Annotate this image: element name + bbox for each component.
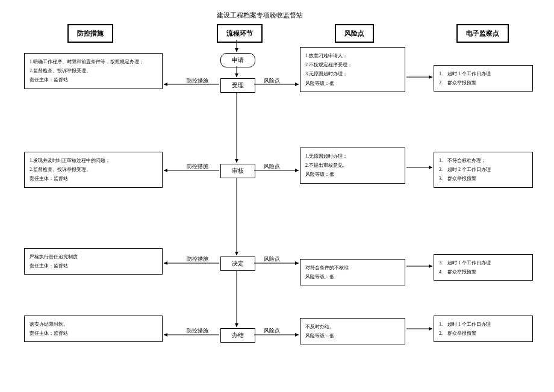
text-line: 风险等级：低	[305, 272, 400, 281]
text-line: 2.监督检查、投诉举报受理。	[30, 165, 157, 174]
monitor-box-2: 1. 不符合标准办理； 2. 超时 2 个工作日办理 3. 群众举报预警	[434, 152, 533, 188]
header-monitor: 电子监察点	[456, 24, 509, 43]
node-review: 审核	[220, 164, 255, 178]
control-box-4: 落实办结限时制。 责任主体：监督站	[24, 316, 163, 342]
header-risk: 风险点	[335, 24, 374, 43]
label-risk-1: 风险点	[264, 77, 280, 85]
text-line: 责任主体：监督站	[30, 75, 157, 84]
monitor-box-3: 3. 超时 1 个工作日办理 4. 群众举报预警	[434, 254, 533, 281]
text-line: 2.不按规定程序受理；	[305, 60, 400, 69]
label-risk-2: 风险点	[264, 163, 280, 170]
text-line: 2. 群众举报预警	[439, 329, 528, 338]
label-control-4: 防控措施	[187, 327, 208, 335]
node-decide: 决定	[220, 257, 255, 271]
text-line: 3. 群众举报预警	[439, 174, 528, 183]
text-line: 落实办结限时制。	[30, 320, 157, 329]
label-control-2: 防控措施	[187, 163, 208, 170]
text-line: 2. 群众举报预警	[439, 78, 528, 87]
risk-box-1: 1.故意刁难申请人； 2.不按规定程序受理； 3.无原因超时办理； 风险等级：低	[300, 47, 405, 92]
text-line: 风险等级：低	[305, 331, 400, 340]
monitor-box-1: 1. 超时 1 个工作日办理 2. 群众举报预警	[434, 65, 533, 92]
diagram-title: 建设工程档案专项验收监督站	[217, 11, 303, 20]
text-line: 3. 超时 1 个工作日办理	[439, 258, 528, 267]
text-line: 风险等级：低	[305, 170, 400, 179]
text-line: 2. 超时 2 个工作日办理	[439, 165, 528, 174]
label-control-1: 防控措施	[187, 77, 208, 85]
text-line: 2.监督检查、投诉举报受理。	[30, 66, 157, 75]
text-line: 1. 超时 1 个工作日办理	[439, 69, 528, 78]
monitor-box-4: 1. 超时 1 个工作日办理 2. 群众举报预警	[434, 316, 533, 342]
text-line: 责任主体：监督站	[30, 329, 157, 338]
text-line: 1.发现并及时纠正审核过程中的问题；	[30, 156, 157, 165]
risk-box-2: 1.无原因超时办理； 2.不提出审核意见。 风险等级：低	[300, 148, 405, 184]
text-line: 2.不提出审核意见。	[305, 161, 400, 170]
text-line: 责任主体：监督站	[30, 174, 157, 183]
text-line: 1.无原因超时办理；	[305, 152, 400, 161]
text-line: 对符合条件的不核准	[305, 263, 400, 272]
control-box-3: 严格执行责任追究制度 责任主体：监督站	[24, 248, 163, 275]
text-line: 风险等级：低	[305, 79, 400, 88]
text-line: 1.故意刁难申请人；	[305, 51, 400, 60]
label-control-3: 防控措施	[187, 255, 208, 263]
header-control: 防控措施	[67, 24, 113, 43]
control-box-2: 1.发现并及时纠正审核过程中的问题； 2.监督检查、投诉举报受理。 责任主体：监…	[24, 152, 163, 188]
text-line: 3.无原因超时办理；	[305, 69, 400, 78]
node-apply: 申请	[220, 53, 255, 67]
node-complete: 办结	[220, 328, 255, 343]
text-line: 1. 超时 1 个工作日办理	[439, 320, 528, 329]
risk-box-4: 不及时办结。 风险等级：低	[300, 318, 405, 344]
label-risk-3: 风险点	[264, 255, 280, 263]
header-process: 流程环节	[217, 24, 263, 43]
node-accept: 受理	[220, 78, 255, 93]
text-line: 责任主体：监督站	[30, 261, 157, 270]
text-line: 4. 群众举报预警	[439, 267, 528, 276]
text-line: 1. 不符合标准办理；	[439, 156, 528, 165]
text-line: 1.明确工作程序、时限和前置条件等，按照规定办理；	[30, 57, 157, 66]
risk-box-3: 对符合条件的不核准 风险等级：低	[300, 259, 405, 285]
control-box-1: 1.明确工作程序、时限和前置条件等，按照规定办理； 2.监督检查、投诉举报受理。…	[24, 53, 163, 89]
text-line: 严格执行责任追究制度	[30, 252, 157, 261]
text-line: 不及时办结。	[305, 322, 400, 331]
label-risk-4: 风险点	[264, 327, 280, 335]
